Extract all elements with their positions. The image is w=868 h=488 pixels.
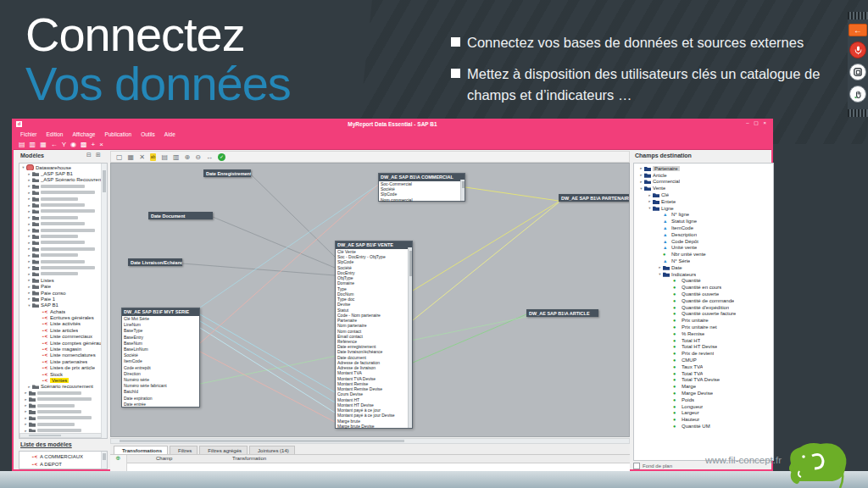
tree-item[interactable]: Ecritures générales: [20, 314, 101, 320]
tree-item[interactable]: ▸: [20, 221, 101, 227]
expander-icon[interactable]: ▸: [657, 265, 663, 269]
add-transformation-button[interactable]: ⊕: [110, 455, 127, 471]
models-tree-vscrollbar[interactable]: [101, 164, 107, 438]
tree-item[interactable]: Total HT: [635, 337, 772, 344]
field-row[interactable]: Nom commercial: [379, 197, 461, 202]
tree-item[interactable]: Total HT Devise: [635, 344, 772, 351]
tree-item[interactable]: ▸: [20, 421, 101, 427]
field-row[interactable]: Code entrepôt: [122, 365, 199, 371]
join-node-article[interactable]: DW_AE SAP B1\A ARTICLE: [526, 309, 598, 317]
menu-item[interactable]: Edition: [47, 131, 64, 137]
tree-item[interactable]: Quantité ouverte facture: [635, 311, 772, 318]
expander-icon[interactable]: ▸: [26, 191, 32, 195]
expander-icon[interactable]: ▸: [26, 291, 32, 295]
tree-item[interactable]: Liste articles: [20, 327, 101, 333]
grid-icon[interactable]: ▩: [81, 141, 87, 148]
expander-icon[interactable]: ▸: [26, 385, 32, 389]
tree-item[interactable]: Ventes: [20, 377, 101, 383]
expander-icon[interactable]: ▸: [26, 234, 32, 238]
tab[interactable]: Filtres: [170, 446, 198, 454]
tree-item[interactable]: Quantité d'expédition: [635, 304, 772, 311]
field-row[interactable]: Numéro série fabricant: [122, 383, 199, 389]
zoom-out-icon[interactable]: ⊖: [195, 153, 201, 161]
tree-item[interactable]: ▸: [20, 415, 101, 421]
tree-item[interactable]: Liste commerciaux: [20, 334, 101, 340]
expander-icon[interactable]: ▸: [26, 197, 32, 201]
user-icon[interactable]: ◉: [70, 141, 76, 148]
tree-item[interactable]: ▸: [20, 233, 101, 239]
field-row[interactable]: BaseType: [122, 328, 199, 334]
tree-item[interactable]: Liste partenaires: [20, 358, 101, 364]
tree-item[interactable]: Taux TVA: [635, 363, 772, 370]
tree-item[interactable]: ▸ Listes: [20, 277, 101, 283]
table-scrollbar[interactable]: [460, 180, 465, 201]
tree-item[interactable]: ▸: [20, 408, 101, 414]
back-arrow-button[interactable]: ←: [849, 24, 867, 36]
tree-item[interactable]: Quantité en cours: [635, 284, 772, 291]
diagram-hscrollbar[interactable]: [110, 438, 630, 444]
tree-item[interactable]: ▸: [20, 258, 101, 264]
delete-icon[interactable]: ✕: [139, 153, 145, 161]
field-row[interactable]: BaseEntry: [122, 335, 199, 341]
validate-icon[interactable]: ✓: [218, 153, 225, 161]
expander-icon[interactable]: ▸: [26, 228, 32, 232]
menu-item[interactable]: Publication: [104, 131, 131, 137]
field-row[interactable]: BaseLinNum: [122, 347, 199, 352]
model-list-item[interactable]: A COMMERCIAUX: [31, 452, 101, 460]
tree-item[interactable]: ▸: [20, 227, 101, 233]
tree-item[interactable]: ▸ Date: [635, 264, 772, 271]
new-icon[interactable]: ▤: [19, 141, 25, 148]
expander-icon[interactable]: ▸: [23, 429, 29, 432]
tree-item[interactable]: ▸ _ASP Scénario Recouvrem: [20, 177, 101, 183]
expander-icon[interactable]: ▸: [26, 241, 32, 245]
print-icon[interactable]: ▥: [173, 153, 180, 161]
tree-item[interactable]: ▾ Indicateurs: [635, 271, 772, 278]
tree-item[interactable]: ▸: [20, 246, 101, 252]
expander-icon[interactable]: ▸: [23, 409, 29, 413]
tree-item[interactable]: ▸ Paie: [20, 283, 101, 289]
tree-item[interactable]: ▸: [20, 271, 101, 277]
tree-item[interactable]: Total TVA: [635, 370, 772, 377]
join-node-date-enregistrement[interactable]: Date Enregistrement: [203, 169, 251, 177]
tree-item[interactable]: ▾ Vente: [635, 185, 772, 191]
tree-item[interactable]: ▸ Clé: [635, 191, 772, 198]
tree-item[interactable]: N° ligne: [635, 212, 772, 219]
fit-icon[interactable]: ↔: [206, 153, 213, 161]
join-node-date-livraison[interactable]: Date Livraison/Echéance: [128, 258, 182, 266]
tree-item[interactable]: ▸ Commercial: [635, 179, 772, 186]
expander-icon[interactable]: ▸: [26, 209, 32, 214]
expander-icon[interactable]: ▾: [638, 186, 644, 191]
tree-item[interactable]: Liste magasin: [20, 346, 101, 352]
tab[interactable]: Transformations: [114, 446, 168, 454]
field-row[interactable]: Marge brute Devise: [336, 424, 409, 429]
field-row[interactable]: Date entrée: [122, 402, 199, 408]
expander-icon[interactable]: ▸: [23, 416, 29, 420]
field-row[interactable]: BatchId: [122, 389, 199, 395]
tree-item[interactable]: Longueur: [635, 403, 772, 410]
microphone-button[interactable]: [849, 42, 866, 58]
join-node-partenaire[interactable]: DW_AE SAP B1\A PARTENAIRE: [559, 194, 630, 202]
expander-icon[interactable]: ▸: [26, 203, 32, 208]
field-row[interactable]: BaseNum: [122, 341, 199, 347]
expander-icon[interactable]: ▸: [26, 215, 32, 219]
tree-item[interactable]: Listes de prix article: [20, 365, 101, 371]
tree-item[interactable]: ▾ Datawarehouse: [20, 164, 101, 170]
column-transformation[interactable]: Transformation: [232, 456, 266, 461]
tree-item[interactable]: ItemCode: [635, 225, 772, 231]
tree-item[interactable]: ▸: [20, 190, 101, 196]
tab[interactable]: Filtres agrégés: [199, 446, 248, 454]
tree-item[interactable]: ▸: [20, 202, 101, 208]
expander-icon[interactable]: ▸: [23, 422, 29, 426]
expander-icon[interactable]: ▸: [26, 247, 32, 251]
model-list-item[interactable]: A DEPOT: [31, 460, 101, 468]
menu-item[interactable]: Affichage: [72, 131, 95, 137]
field-row[interactable]: Numéro série: [122, 377, 199, 383]
expander-icon[interactable]: ▸: [26, 297, 32, 301]
tree-item[interactable]: Marge Devise: [635, 390, 772, 396]
tree-item[interactable]: Prix unitaire net: [635, 324, 772, 330]
field-row[interactable]: Date expiration: [122, 396, 199, 402]
tree-item[interactable]: Stock: [20, 371, 101, 377]
expander-icon[interactable]: ▸: [26, 178, 32, 182]
tree-item[interactable]: Liste activités: [20, 321, 101, 327]
tree-item[interactable]: ▸: [20, 183, 101, 189]
